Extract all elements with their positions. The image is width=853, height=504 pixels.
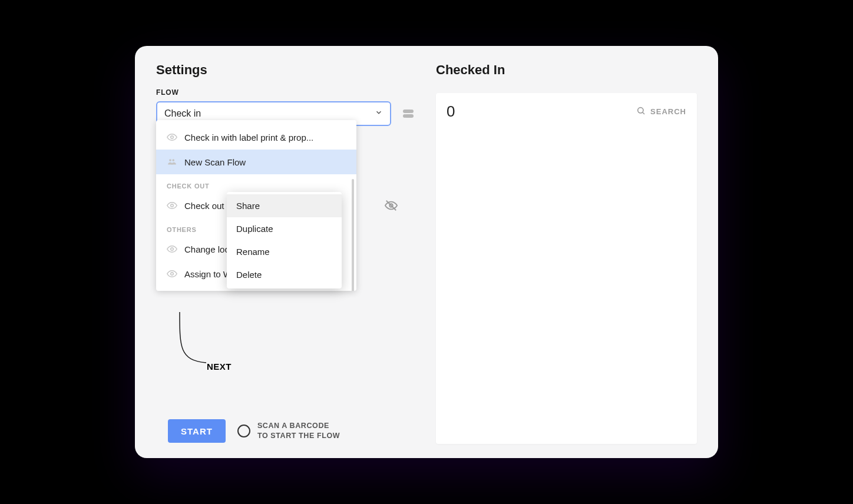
flow-option-checkin-labelprint[interactable]: Check in with label print & prop... <box>156 125 356 150</box>
scan-hint-text: SCAN A BARCODE TO START THE FLOW <box>257 421 340 441</box>
scan-hint-line1: SCAN A BARCODE <box>257 421 340 431</box>
bottom-bar: START SCAN A BARCODE TO START THE FLOW <box>168 419 340 443</box>
context-delete[interactable]: Delete <box>227 263 342 286</box>
checked-in-count: 0 <box>447 102 455 121</box>
flow-option-label: Change loc <box>184 244 229 254</box>
scan-indicator-icon <box>237 425 250 437</box>
flow-connector-line <box>174 312 210 366</box>
search-icon <box>636 106 646 117</box>
flow-option-label: New Scan Flow <box>184 157 246 167</box>
context-rename[interactable]: Rename <box>227 240 342 263</box>
flow-select-value: Check in <box>164 108 201 119</box>
svg-point-9 <box>171 273 174 276</box>
settings-pane: Settings FLOW Check in Check in with lab… <box>156 62 417 444</box>
flow-option-label: Check in with label print & prop... <box>184 132 313 142</box>
svg-point-4 <box>171 136 174 139</box>
svg-point-6 <box>172 159 174 161</box>
people-icon <box>167 157 177 167</box>
flow-option-label: Assign to W <box>184 269 232 279</box>
flow-option-new-scan-flow[interactable]: New Scan Flow <box>156 150 356 174</box>
dropdown-section-checkout: CHECK OUT <box>156 174 356 193</box>
svg-point-8 <box>171 248 174 251</box>
chevron-down-icon <box>375 108 383 119</box>
settings-title: Settings <box>156 62 417 78</box>
svg-point-12 <box>638 108 643 113</box>
context-share[interactable]: Share <box>227 194 342 217</box>
scan-hint-line2: TO START THE FLOW <box>257 431 340 441</box>
svg-point-7 <box>171 204 174 207</box>
next-label: NEXT <box>207 362 232 372</box>
checked-in-header: 0 SEARCH <box>447 102 686 121</box>
checked-in-panel: 0 SEARCH <box>436 93 697 444</box>
flow-context-menu: Share Duplicate Rename Delete <box>227 192 342 289</box>
eye-icon <box>167 132 177 142</box>
search-label: SEARCH <box>650 107 686 116</box>
eye-icon <box>167 268 177 279</box>
visibility-off-icon[interactable] <box>385 199 398 214</box>
search-button[interactable]: SEARCH <box>636 106 686 117</box>
flow-toggle-icon[interactable] <box>399 105 417 122</box>
app-window: Settings FLOW Check in Check in with lab… <box>135 46 718 458</box>
svg-point-1 <box>410 110 414 113</box>
checked-in-pane: Checked In 0 SEARCH <box>436 62 697 444</box>
eye-icon <box>167 200 177 211</box>
dropdown-scrollbar[interactable] <box>352 179 354 291</box>
checked-in-title: Checked In <box>436 62 697 78</box>
svg-point-3 <box>403 114 406 118</box>
flow-option-label: Check out <box>184 201 224 211</box>
svg-point-5 <box>169 159 171 161</box>
eye-icon <box>167 244 177 254</box>
scan-hint: SCAN A BARCODE TO START THE FLOW <box>237 421 340 441</box>
start-button[interactable]: START <box>168 419 226 443</box>
svg-line-13 <box>643 112 644 114</box>
flow-label: FLOW <box>156 88 417 97</box>
context-duplicate[interactable]: Duplicate <box>227 217 342 240</box>
